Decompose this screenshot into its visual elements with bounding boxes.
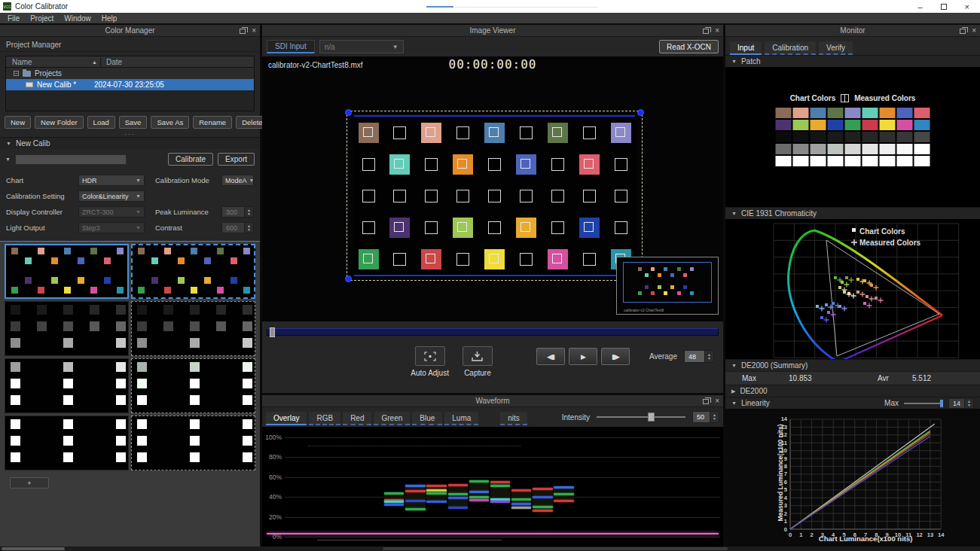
waveform-nits-toggle[interactable]: nits	[500, 412, 527, 425]
new-folder-button[interactable]: New Folder	[35, 116, 84, 129]
selection-handle-bl[interactable]	[345, 276, 352, 282]
display-controller-select: ZRCT-300▼	[78, 206, 145, 218]
patch-swatch	[776, 108, 792, 118]
export-button[interactable]: Export	[218, 153, 255, 166]
calibrate-button[interactable]: Calibrate	[168, 153, 213, 166]
menu-item-window[interactable]: Window	[59, 14, 96, 23]
chart-thumbnail-white[interactable]	[5, 416, 129, 470]
waveform-tab-luma[interactable]: Luma	[444, 412, 478, 425]
collapse-arrow-icon[interactable]: ▼	[731, 59, 737, 64]
average-stepper[interactable]: 48▲▼	[684, 350, 714, 363]
tree-row-new-calib[interactable]: New Calib * 2024-07-30 23:25:05	[6, 79, 254, 90]
patch-swatch	[897, 132, 913, 142]
seek-handle[interactable]	[270, 327, 275, 337]
load-button[interactable]: Load	[87, 116, 115, 129]
play-button[interactable]: ▶	[569, 348, 597, 365]
new-button[interactable]: New	[5, 116, 31, 129]
slider-handle[interactable]	[940, 400, 943, 407]
calibration-mode-select[interactable]: ModeA▼	[221, 175, 254, 186]
collapse-arrow-icon[interactable]: ▼	[731, 363, 737, 368]
stepper-arrows-icon: ▲▼	[245, 222, 254, 233]
expand-arrow-icon[interactable]: ▶	[731, 388, 735, 394]
scrollbar-thumb[interactable]	[383, 547, 728, 550]
calibration-setting-select[interactable]: Color&Linearity▼	[78, 190, 145, 202]
chart-thumbnail-dashed-lightgray[interactable]	[131, 358, 255, 413]
chart-thumbnail-lightgray[interactable]	[5, 358, 129, 413]
intensity-stepper[interactable]: 50▲▼	[692, 411, 719, 423]
selection-handle-tr[interactable]	[637, 109, 644, 116]
monitor-tab-calibration[interactable]: Calibration	[765, 41, 816, 55]
save-button[interactable]: Save	[119, 116, 148, 129]
selection-marquee[interactable]	[347, 111, 643, 281]
tab-accent-line2	[455, 7, 598, 8]
close-panel-icon[interactable]: ×	[252, 28, 256, 34]
read-xocn-button[interactable]: Read X-OCN	[659, 40, 719, 53]
patch-swatch	[828, 132, 844, 142]
add-chart-button[interactable]: +	[10, 477, 49, 489]
chart-thumbnail-color[interactable]	[131, 244, 255, 299]
save-as-button[interactable]: Save As	[151, 116, 189, 129]
dropdown-arrow-icon[interactable]: ▼	[5, 157, 11, 162]
close-panel-icon[interactable]: ×	[715, 398, 719, 404]
monitor-tab-verify[interactable]: Verify	[819, 41, 853, 55]
auto-adjust-button[interactable]	[415, 346, 445, 366]
tree-row-projects[interactable]: − Projects	[6, 68, 254, 79]
seek-bar[interactable]	[267, 328, 719, 336]
chart-thumbnail-gray[interactable]	[5, 301, 129, 356]
selection-handle-tl[interactable]	[345, 109, 352, 116]
chart-thumbnail-white[interactable]	[131, 416, 255, 470]
tree-date-column[interactable]: Date	[100, 58, 254, 66]
patch-swatch	[862, 132, 878, 142]
color-manager-panel: Color Manager × Project Manager Name ▲ D…	[0, 25, 260, 546]
splitter-handle[interactable]: ···	[0, 132, 260, 137]
float-panel-icon[interactable]	[240, 29, 246, 34]
close-panel-icon[interactable]: ×	[715, 28, 719, 34]
svg-text:7: 7	[784, 470, 787, 477]
waveform-tab-rgb[interactable]: RGB	[309, 412, 340, 425]
monitor-tab-input[interactable]: Input	[730, 41, 762, 55]
float-panel-icon[interactable]	[703, 29, 709, 34]
patch-swatch	[914, 144, 930, 154]
waveform-tab-green[interactable]: Green	[374, 412, 410, 425]
close-panel-icon[interactable]: ×	[972, 28, 976, 34]
close-button[interactable]: ×	[965, 2, 969, 11]
step-back-button[interactable]: ◀▮	[536, 348, 565, 365]
float-panel-icon[interactable]	[960, 29, 966, 34]
slider-handle[interactable]	[648, 412, 655, 422]
rename-button[interactable]: Rename	[193, 116, 232, 129]
chart-thumbnail-color[interactable]	[5, 244, 129, 299]
collapse-arrow-icon[interactable]: ▼	[731, 400, 737, 406]
maximize-button[interactable]	[941, 4, 947, 10]
navigator-inset[interactable]: calibrator-v2-ChartTest8	[616, 257, 719, 315]
sdi-source-select[interactable]: n/a▼	[319, 40, 404, 53]
de2000-max-value: 10.853	[789, 374, 878, 382]
tree-item-date: 2024-07-30 23:25:05	[94, 81, 164, 89]
viewer-canvas[interactable]: calibrator-v2-ChartTest8.mxf 00:00:00:00	[262, 56, 723, 321]
waveform-tab-red[interactable]: Red	[343, 412, 371, 425]
waveform-tab-blue[interactable]: Blue	[412, 412, 442, 425]
float-panel-icon[interactable]	[703, 399, 709, 404]
patch-swatch	[862, 144, 878, 154]
linearity-max-slider[interactable]	[904, 403, 943, 404]
intensity-slider[interactable]	[597, 416, 685, 418]
step-forward-button[interactable]: ▮▶	[601, 348, 630, 365]
patch-swatch	[897, 156, 913, 166]
menu-item-file[interactable]: File	[2, 14, 25, 23]
collapse-arrow-icon[interactable]: ▼	[731, 211, 737, 216]
inset-caption: calibrator-v2-ChartTest8	[624, 308, 664, 312]
scrollbar-thumb[interactable]	[2, 547, 65, 550]
menu-item-help[interactable]: Help	[96, 14, 123, 23]
sdi-input-button[interactable]: SDI Input	[267, 40, 315, 53]
linearity-max-stepper[interactable]: 14▲▼	[948, 398, 974, 409]
capture-button[interactable]	[463, 346, 493, 366]
collapse-arrow-icon[interactable]: ▼	[6, 141, 11, 146]
chart-thumbnail-gray[interactable]	[131, 301, 255, 356]
collapse-icon[interactable]: −	[14, 71, 19, 76]
waveform-tab-overlay[interactable]: Overlay	[266, 412, 307, 425]
calib-name-input[interactable]	[15, 154, 127, 165]
patch-swatch	[914, 156, 930, 166]
menu-item-project[interactable]: Project	[25, 14, 59, 23]
chart-select[interactable]: HDR▼	[78, 175, 145, 186]
minimize-button[interactable]: –	[917, 2, 922, 11]
bottom-scrollbar[interactable]	[0, 546, 980, 551]
